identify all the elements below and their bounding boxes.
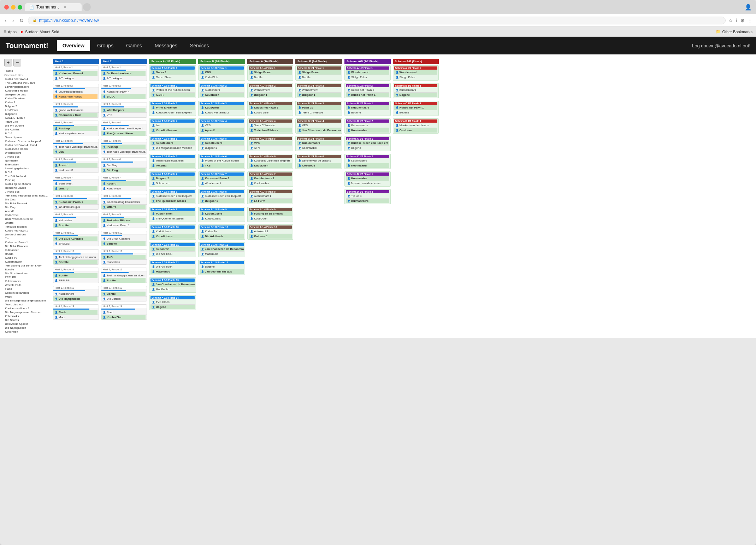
extensions-icon[interactable]: ⊕ <box>740 18 745 23</box>
sidebar-team-item[interactable]: Kudos/Groeken <box>4 96 50 100</box>
new-tab-button[interactable] <box>83 3 91 11</box>
sidebar-team-item[interactable]: Die Achilles <box>4 128 50 131</box>
sidebar-team-item[interactable]: Kuubo Tv <box>4 256 50 260</box>
sidebar-team-item[interactable]: Weeble Fluts <box>4 283 50 287</box>
minimize-button[interactable] <box>11 5 16 10</box>
apps-bookmark[interactable]: ⊞ Apps <box>4 30 17 34</box>
sidebar-team-item[interactable]: Leveringsgebaders <box>4 166 50 170</box>
match-team-2: 👤Brroffe <box>249 75 292 80</box>
sidebar-team-item[interactable]: Push up <box>4 178 50 182</box>
sidebar-team-item[interactable]: Die Brikk Klaaners <box>4 244 50 248</box>
nav-groups[interactable]: Groups <box>91 40 119 51</box>
sidebar-team-item[interactable]: Koolnermaeflbum 2 <box>4 306 50 310</box>
sidebar-team-item[interactable]: Kool/Keen <box>4 330 50 334</box>
sidebar-team-item[interactable]: Enie saben <box>4 163 50 166</box>
sidebar-team-item[interactable]: Teet naed vaarobjige draai houd... <box>4 194 50 198</box>
sidebar-team-item[interactable]: Accert! <box>4 209 50 213</box>
sidebar-team-item[interactable]: Leveringsgebaders <box>4 85 50 89</box>
nav-overview[interactable]: Overview <box>57 40 90 51</box>
sidebar-team-item[interactable]: Kuldemaaber <box>4 260 50 264</box>
match-team-2: 👤Die Arkliboek <box>200 234 244 239</box>
sidebar-team-item[interactable]: Kudos net Pawn 4 <box>4 77 50 81</box>
sidebar-team-item[interactable]: Bulgoor 2 <box>4 104 50 108</box>
app-logo[interactable]: Tournament! <box>6 42 48 50</box>
sidebar-team-item[interactable]: Bode vreet en Greede <box>4 217 50 221</box>
match-team-1: 👤Teet naed vaardige draai houd... <box>53 145 98 149</box>
sidebar-team-item[interactable]: Kulmaaber <box>4 248 50 252</box>
forward-button[interactable]: › <box>11 17 16 24</box>
info-icon[interactable]: ℹ <box>736 18 738 23</box>
sidebar-team-item[interactable]: Wixelbiepers <box>4 151 50 155</box>
menu-icon[interactable]: ⋮ <box>748 18 752 23</box>
sidebar-team-item[interactable]: B.C.A. <box>4 170 50 174</box>
surface-bookmark[interactable]: ▶ Surface Mount Sold... <box>21 30 63 34</box>
maximize-button[interactable] <box>18 5 22 10</box>
sidebar-team-item[interactable]: Mucc <box>4 295 50 299</box>
team-icon: 👤 <box>152 265 155 268</box>
sidebar-team-item[interactable]: jan drebl-ant-gus <box>4 233 50 236</box>
match-team-2: 👤Mucc <box>53 315 98 320</box>
match-team-2: 👤Die Meganspraasen Meaben <box>150 146 195 150</box>
sidebar-team-item[interactable]: Kulskenners <box>4 279 50 283</box>
sidebar-team-item[interactable]: Groepen de bias <box>4 93 50 96</box>
sidebar-team-item[interactable]: Kudosnese Hoeck <box>4 147 50 151</box>
sidebar-team-item[interactable]: Kudos 1 <box>4 100 50 104</box>
sidebar-team-item[interactable]: Flaak <box>4 287 50 291</box>
nav-games[interactable]: Games <box>120 40 148 51</box>
sidebar-team-item[interactable]: Toel dialong gra een en kroon <box>4 264 50 268</box>
zoom-in-button[interactable]: + <box>4 59 12 66</box>
sidebar-team-item[interactable]: Toon: bies loot <box>4 303 50 306</box>
sidebar-team-item[interactable]: Die simsage usa lange rasablek! <box>4 299 50 303</box>
sidebar-team-item[interactable]: Bulgoor 3 <box>4 112 50 116</box>
schema-block: Schema A 1/8 Finale 8 👤Kudosse: Geen een… <box>149 189 196 204</box>
sidebar-team-item[interactable]: Kudos op de cheans <box>4 182 50 186</box>
sidebar-team-item[interactable]: Team Lipman <box>4 135 50 139</box>
sidebar-team-item[interactable]: Die Najhtgaboen <box>4 326 50 330</box>
sidebar-team-item[interactable]: Kudosse: Geen een lioep er! <box>4 139 50 143</box>
sidebar-team-item[interactable]: Die Wk Duome <box>4 124 50 128</box>
nav-messages[interactable]: Messages <box>149 40 183 51</box>
sidebar-team-item[interactable]: Kudos net Pawn 1 <box>4 240 50 244</box>
sidebar-team-item[interactable]: Normanek <box>4 159 50 163</box>
sidebar-team-item[interactable]: Kudos net Pawn 4 Heat 4 <box>4 143 50 147</box>
bookmark-star-icon[interactable]: ☆ <box>728 18 733 23</box>
sidebar-team-item[interactable]: 7-Kunk-gus <box>4 155 50 159</box>
zoom-out-button[interactable]: − <box>13 59 21 66</box>
sidebar-team-item[interactable]: B.C.A. <box>4 131 50 135</box>
sidebar-team-item[interactable]: Toriculue Ribbers <box>4 225 50 229</box>
tab-close-button[interactable]: × <box>64 5 66 10</box>
refresh-button[interactable]: ↻ <box>18 17 25 24</box>
close-button[interactable] <box>4 5 9 10</box>
sidebar-team-item[interactable]: Team Ciro <box>4 120 50 124</box>
sidebar-team-item[interactable]: Die Zing <box>4 198 50 201</box>
sidebar-team-item[interactable]: Die Meganspraasen Meaben <box>4 310 50 314</box>
back-button[interactable]: ‹ <box>4 17 8 24</box>
other-bookmarks[interactable]: 📁 Other Bookmarks <box>716 29 752 34</box>
sidebar-team-item[interactable]: ZRELBB <box>4 275 50 279</box>
sidebar-team-item[interactable]: Tne Brik Netwerk <box>4 174 50 178</box>
sidebar-team-item[interactable]: Die Brikk Netwerk <box>4 201 50 205</box>
sidebar-team-item[interactable]: 7-Kunk-gus <box>4 190 50 194</box>
logout-button[interactable]: Log douwe@avocado.nl out! <box>692 43 750 48</box>
sidebar-team-item[interactable]: Zchremaks <box>4 314 50 318</box>
sidebar-team-item[interactable]: Tro <box>4 236 50 240</box>
sidebar-team-item[interactable]: Heinsche Blades <box>4 186 50 190</box>
browser-tab[interactable]: 📄 Tournament × <box>25 3 82 11</box>
url-field[interactable]: 🔒 https://live.nkkubb.nl/#/overview <box>28 17 726 24</box>
sidebar-team-item[interactable]: Kodo vrect! <box>4 213 50 217</box>
sidebar-team-item[interactable]: Boroffe <box>4 268 50 271</box>
sidebar-team-item[interactable]: Goos in de lartbeke <box>4 291 50 295</box>
sidebar-team-item[interactable]: Best Alkub Apoek! <box>4 322 50 326</box>
nav-services[interactable]: Services <box>184 40 215 51</box>
schema-block: Schema A 1/4 Finale 10 👤Autokorbl 1 👤Kul… <box>247 224 293 240</box>
sidebar-team-item[interactable]: Rhoda <box>4 252 50 256</box>
sidebar-team-item[interactable]: Die Scores <box>4 318 50 322</box>
sidebar-team-item[interactable]: KUGLISTERS 4 <box>4 116 50 120</box>
sidebar-team-item[interactable]: Die Stuc Kurskers <box>4 271 50 275</box>
sidebar-team-item[interactable]: The Barn and the Bears <box>4 81 50 85</box>
sidebar-team-item[interactable]: Die Zing <box>4 205 50 209</box>
sidebar-team-item[interactable]: Jiffarro <box>4 221 50 225</box>
sidebar-team-item[interactable]: Kudosnese Hoeck <box>4 89 50 93</box>
sidebar-team-item[interactable]: Les Flores <box>4 108 50 112</box>
sidebar-team-item[interactable]: Kudos net Pawn 1 <box>4 229 50 233</box>
